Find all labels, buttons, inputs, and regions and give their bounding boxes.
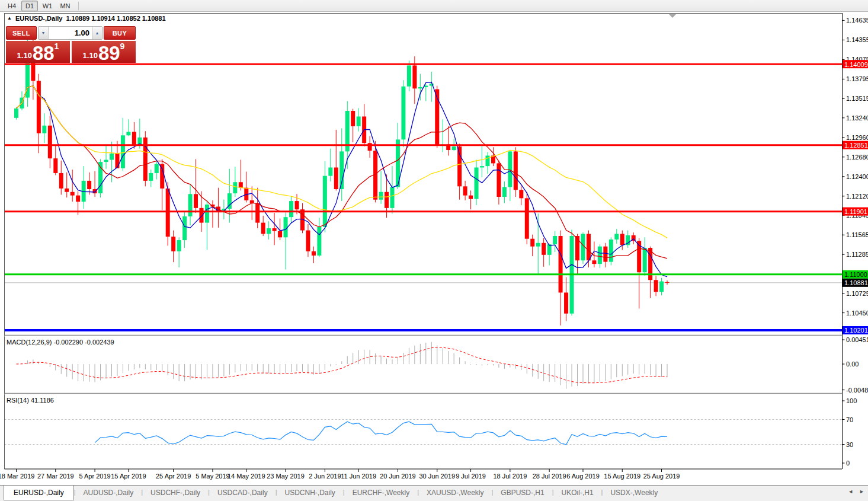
date-tick-label: 27 Mar 2019 xyxy=(37,473,74,480)
candle-body xyxy=(194,194,198,208)
price-tick-label: 1.12960 xyxy=(846,134,868,141)
candle-body xyxy=(530,239,534,247)
date-tick-label: 20 Jun 2019 xyxy=(380,473,416,480)
symbol-tab-eurusd-daily[interactable]: EURUSD-,Daily xyxy=(4,486,74,500)
symbol-tab-xauusd-weekly[interactable]: XAUUSD-,Weekly xyxy=(419,486,491,499)
symbol-tab-bar: EURUSD-,Daily|AUDUSD-,Daily|USDCHF-,Dail… xyxy=(0,485,868,501)
candle-body xyxy=(598,247,602,264)
candle-body xyxy=(317,227,321,256)
rsi-indicator-label: RSI(14) 41.1186 xyxy=(7,397,54,404)
level-price-label: 1.10201 xyxy=(844,327,868,334)
candle-body xyxy=(328,167,332,175)
price-tick-label: 1.13795 xyxy=(846,75,868,82)
date-tick-label: 18 Jul 2019 xyxy=(493,473,527,480)
date-tick-label: 6 Aug 2019 xyxy=(566,473,600,480)
candle-body xyxy=(452,146,456,150)
symbol-tab-usdcad-daily[interactable]: USDCAD-,Daily xyxy=(210,486,276,499)
candle-body xyxy=(37,81,41,133)
macd-plot[interactable] xyxy=(5,337,843,393)
candle-body xyxy=(115,154,119,168)
buy-price-prefix: 1.10 xyxy=(83,52,98,61)
candle-body xyxy=(295,201,299,209)
volume-increase-icon[interactable]: ▲ xyxy=(92,27,102,39)
candle-body xyxy=(323,176,327,227)
candle-body xyxy=(463,186,467,195)
candle-body xyxy=(132,132,136,146)
date-tick-label: 25 Apr 2019 xyxy=(156,473,191,480)
rsi-tick-label: 100 xyxy=(846,397,857,404)
rsi-tick-label: 70 xyxy=(846,416,853,423)
candle-body xyxy=(14,109,18,118)
candle-body xyxy=(385,192,389,208)
trade-prices-row: 1.10 88 1 1.10 89 9 xyxy=(6,41,136,63)
candle-body xyxy=(155,164,159,173)
candle-body xyxy=(587,234,591,260)
candle-body xyxy=(255,203,260,223)
candle-body xyxy=(480,166,484,167)
candle-body xyxy=(659,282,664,292)
volume-input[interactable] xyxy=(49,27,92,39)
symbol-tab-eurchf-weekly[interactable]: EURCHF-,Weekly xyxy=(345,486,417,499)
candle-body xyxy=(143,138,148,181)
candle-body xyxy=(76,196,80,202)
candle-body xyxy=(149,173,153,181)
candle-body xyxy=(261,223,265,234)
trading-terminal-window: H4D1W1MN 1.146351.143551.140751.137951.1… xyxy=(0,0,868,501)
price-tick-label: 1.12680 xyxy=(846,154,868,161)
price-tick-label: 1.11565 xyxy=(846,231,868,238)
price-tick-label: 1.13515 xyxy=(846,95,868,102)
symbol-tab-ukoil-h1[interactable]: UKOil-,H1 xyxy=(554,486,601,499)
sell-price-display[interactable]: 1.10 88 1 xyxy=(6,41,70,63)
trade-buttons-row: SELL ▼ ▲ BUY xyxy=(6,26,136,40)
sell-price-pip: 1 xyxy=(55,42,59,51)
candle-body xyxy=(502,187,507,197)
candle-body xyxy=(239,182,243,187)
candle-body xyxy=(514,151,518,190)
candle-body xyxy=(581,234,585,260)
level-price-label: 1.11000 xyxy=(844,271,867,278)
date-tick-label: 25 Aug 2019 xyxy=(643,473,680,480)
date-tick-label: 15 Aug 2019 xyxy=(604,473,640,480)
candle-body xyxy=(306,231,310,251)
candle-body xyxy=(564,292,568,313)
macd-tick-label: -0.004806 xyxy=(846,387,868,394)
rsi-plot[interactable] xyxy=(5,395,843,469)
symbol-tab-usdx-weekly[interactable]: USDX-,Weekly xyxy=(603,486,665,499)
candle-body xyxy=(547,244,552,255)
one-click-trading-panel: SELL ▼ ▲ BUY 1.10 88 1 1.10 89 9 xyxy=(6,26,136,63)
chart-title: ▲ EURUSD-,Daily 1.10889 1.10914 1.10852 … xyxy=(7,15,166,22)
candle-body xyxy=(559,236,563,292)
candle-body xyxy=(65,189,69,192)
price-tick-label: 1.14355 xyxy=(846,36,868,43)
date-tick-label: 5 May 2019 xyxy=(196,473,229,480)
symbol-tab-usdchf-daily[interactable]: USDCHF-,Daily xyxy=(143,486,208,499)
candle-body xyxy=(188,194,193,216)
tab-scroll-right-icon[interactable]: ► xyxy=(859,489,864,494)
candle-body xyxy=(620,234,624,245)
rsi-tick-label: 0 xyxy=(846,459,850,467)
buy-price-big: 89 xyxy=(98,45,120,61)
buy-price-pip: 9 xyxy=(120,42,125,51)
symbol-tab-usdcnh-daily[interactable]: USDCNH-,Daily xyxy=(277,486,343,499)
tab-scroll-left-icon[interactable]: ◄ xyxy=(848,489,853,494)
candle-body xyxy=(233,182,237,193)
volume-decrease-icon[interactable]: ▼ xyxy=(39,27,49,39)
candle-body xyxy=(553,236,557,244)
sell-button[interactable]: SELL xyxy=(6,26,37,40)
candle-body xyxy=(575,236,579,260)
candle-body xyxy=(542,243,546,255)
sell-price-big: 88 xyxy=(33,45,55,61)
symbol-tab-audusd-daily[interactable]: AUDUSD-,Daily xyxy=(76,486,142,499)
chart-canvas[interactable]: 1.146351.143551.140751.137951.135151.132… xyxy=(0,0,868,501)
buy-price-display[interactable]: 1.10 89 9 xyxy=(72,41,136,63)
candle-body xyxy=(278,231,282,238)
collapse-triangle-icon[interactable]: ▲ xyxy=(7,15,12,21)
symbol-tab-gbpusd-h1[interactable]: GBPUSD-,H1 xyxy=(493,486,552,499)
date-tick-label: 11 Jun 2019 xyxy=(341,473,376,480)
candle-body xyxy=(614,234,619,239)
candle-body xyxy=(654,280,658,292)
buy-button[interactable]: BUY xyxy=(104,26,136,40)
candle-body xyxy=(87,181,91,189)
volume-spinner: ▼ ▲ xyxy=(38,26,103,40)
date-tick-label: 9 Jul 2019 xyxy=(456,473,486,480)
